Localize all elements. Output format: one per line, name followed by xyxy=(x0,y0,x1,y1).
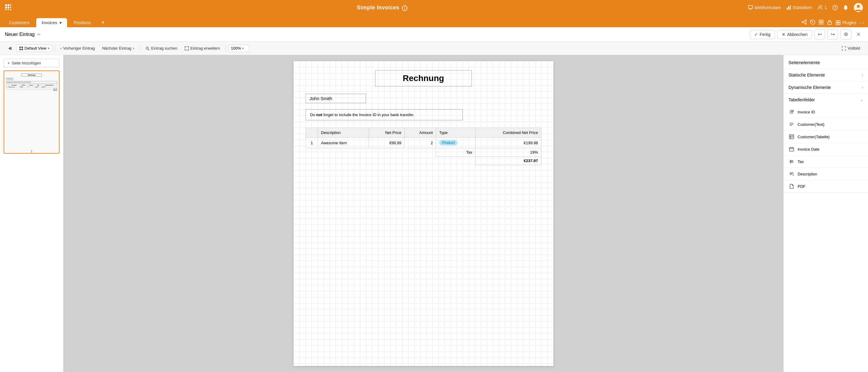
svg-rect-36 xyxy=(19,47,21,48)
svg-line-23 xyxy=(804,21,805,22)
zoom-select[interactable]: 100% ▾ xyxy=(228,45,249,52)
section-tabellenfelder: Tabellenfelder ⌄ Invoice ID Customer(Tex… xyxy=(784,94,868,193)
col-header-description: Description xyxy=(318,128,369,138)
add-tab-button[interactable]: + xyxy=(99,18,107,27)
share-icon[interactable] xyxy=(802,19,807,26)
svg-rect-29 xyxy=(828,22,831,25)
svg-line-41 xyxy=(148,49,149,50)
done-button[interactable]: ✓ Fertig xyxy=(750,30,775,39)
sep1 xyxy=(55,45,55,52)
svg-rect-37 xyxy=(22,47,23,48)
section-dynamische: Dynamische Elemente › xyxy=(784,81,868,94)
row-num: 1 xyxy=(306,138,318,148)
top-bar: Simple Invoices i Webformulare Statistik… xyxy=(0,0,868,15)
tab-customers[interactable]: Customers xyxy=(4,18,35,27)
field-tax[interactable]: Tax xyxy=(784,155,868,168)
tax-value: 19% xyxy=(475,148,541,157)
customer-name-box[interactable]: John Smith xyxy=(306,94,366,103)
users-btn[interactable]: 1 xyxy=(817,5,827,10)
product-badge: Product xyxy=(439,140,458,145)
svg-rect-0 xyxy=(5,4,7,6)
help-btn[interactable]: ? xyxy=(832,5,838,10)
table-row: 1 Awesome Item €99,99 2 Product €199.98 xyxy=(306,138,541,148)
pdf-icon xyxy=(788,183,795,189)
field-customer-text[interactable]: Customer(Text) xyxy=(784,118,868,131)
svg-rect-3 xyxy=(5,7,7,8)
svg-rect-31 xyxy=(838,21,840,22)
svg-point-14 xyxy=(821,6,823,7)
settings-button[interactable]: ⚙ xyxy=(840,29,851,39)
plugins-btn[interactable]: Plugins xyxy=(835,20,856,25)
info-icon[interactable]: i xyxy=(402,5,407,11)
canvas-area: Rechnung John Smith Do not forget to inc… xyxy=(63,55,783,372)
close-button[interactable]: ✕ xyxy=(854,30,863,39)
row-combined-price: €199.98 xyxy=(475,138,541,148)
svg-text:?: ? xyxy=(834,6,836,10)
svg-rect-30 xyxy=(836,21,838,22)
svg-rect-12 xyxy=(790,5,790,10)
invoice-page: Rechnung John Smith Do not forget to inc… xyxy=(293,61,553,366)
webformulare-btn[interactable]: Webformulare xyxy=(748,5,781,10)
section-statische-header[interactable]: Statische Elemente › xyxy=(784,69,868,81)
more-icon[interactable]: ··· xyxy=(859,19,864,26)
redo-button[interactable]: ↪ xyxy=(828,29,838,39)
svg-rect-26 xyxy=(822,20,823,22)
invoice-content: Rechnung John Smith Do not forget to inc… xyxy=(293,61,553,174)
invoice-id-icon xyxy=(788,109,795,115)
search-entry-btn[interactable]: Eintrag suchen xyxy=(142,45,180,52)
field-invoice-id[interactable]: Invoice ID xyxy=(784,106,868,118)
row-amount: 2 xyxy=(404,138,436,148)
svg-marker-34 xyxy=(8,47,10,50)
notifications-btn[interactable] xyxy=(843,5,848,10)
entry-bar-actions: ✓ Fertig ✕ Abbrechen ↩ ↪ ⚙ ✕ xyxy=(750,29,863,39)
section-tabellenfelder-label: Tabellenfelder xyxy=(788,97,815,102)
app-title: Simple Invoices i xyxy=(16,4,748,11)
row-description: Awesome Item xyxy=(318,138,369,148)
fullscreen-btn[interactable]: Vollbild xyxy=(838,45,863,52)
svg-rect-9 xyxy=(748,5,752,8)
section-dynamische-header[interactable]: Dynamische Elemente › xyxy=(784,81,868,93)
tax-label: Tax xyxy=(436,148,475,157)
merge-icon[interactable] xyxy=(818,19,824,26)
lock-icon[interactable] xyxy=(827,19,832,26)
field-description[interactable]: Description xyxy=(784,168,868,180)
undo-button[interactable]: ↩ xyxy=(814,29,825,39)
svg-point-19 xyxy=(805,20,807,21)
next-entry-btn[interactable]: Nächster Eintrag › xyxy=(99,45,137,52)
svg-line-22 xyxy=(804,22,805,23)
add-page-button[interactable]: + Seite hinzufügen xyxy=(4,59,60,67)
svg-rect-5 xyxy=(10,7,11,8)
svg-rect-4 xyxy=(7,7,9,8)
view-select[interactable]: Default View ▾ xyxy=(16,45,52,52)
prev-entry-btn[interactable]: ‹ Vorheriger Eintrag xyxy=(57,45,98,52)
expand-entry-btn[interactable]: Eintrag erweitern xyxy=(182,45,223,52)
section-dynamische-label: Dynamische Elemente xyxy=(788,85,831,90)
cancel-button[interactable]: ✕ Abbrechen xyxy=(777,30,812,39)
field-pdf[interactable]: PDF xyxy=(784,180,868,193)
field-invoice-date[interactable]: Invoice Date xyxy=(784,143,868,155)
svg-rect-32 xyxy=(836,23,838,25)
svg-rect-53 xyxy=(789,148,794,151)
field-customer-tabelle[interactable]: Customer(Tabelle) xyxy=(784,131,868,143)
grid-icon[interactable] xyxy=(5,4,11,11)
svg-rect-7 xyxy=(7,9,9,10)
sep2 xyxy=(140,45,140,52)
section-statische-label: Statische Elemente xyxy=(788,73,825,78)
note-box[interactable]: Do not forget to include the Invoice ID … xyxy=(306,109,463,120)
row-net-price: €99,99 xyxy=(369,138,405,148)
edit-title-icon[interactable]: ✏ xyxy=(37,32,41,37)
user-avatar[interactable] xyxy=(854,3,863,12)
total-value: €237.97 xyxy=(475,157,541,165)
customer-text-icon xyxy=(788,121,795,127)
invoice-date-icon xyxy=(788,146,795,152)
tab-invoices[interactable]: Invoices ▾ xyxy=(36,18,67,27)
tab-positions[interactable]: Positions xyxy=(68,18,96,27)
section-tabellenfelder-header[interactable]: Tabellenfelder ⌄ xyxy=(784,94,868,106)
chevron-down-icon: ⌄ xyxy=(860,98,863,102)
invoice-title-box[interactable]: Rechnung xyxy=(375,70,472,86)
page-thumbnail-1[interactable]: Rechnung John Smith Do not forget to inc… xyxy=(4,70,60,154)
statistiken-btn[interactable]: Statistiken xyxy=(786,5,812,10)
entry-title-text: Neuer Eintrag xyxy=(5,32,35,37)
history-icon[interactable] xyxy=(810,19,815,26)
toggle-sidebar-btn[interactable] xyxy=(5,45,15,52)
